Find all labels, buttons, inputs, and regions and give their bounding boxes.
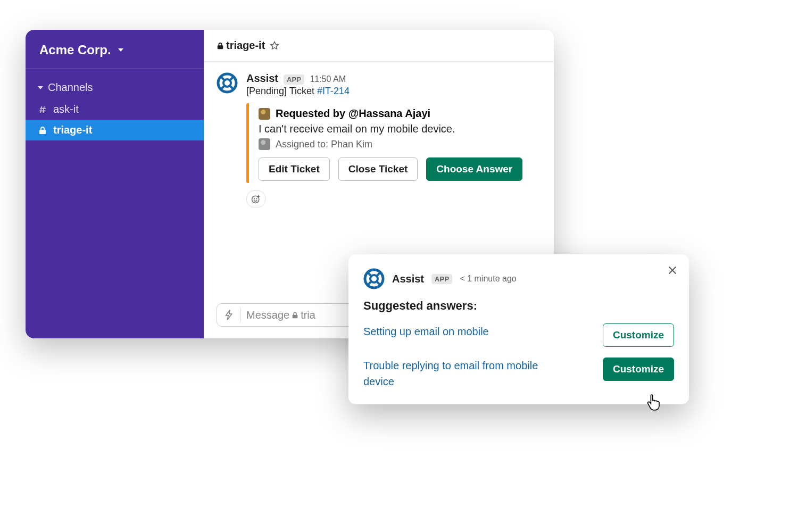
message-subject: [Pending] Ticket #IT-214 — [246, 86, 541, 97]
channel-label: ask-it — [53, 103, 79, 115]
message-time: 11:50 AM — [310, 74, 346, 84]
channels-section-header[interactable]: Channels — [26, 69, 204, 99]
lock-icon — [292, 312, 298, 319]
lock-icon — [38, 126, 47, 135]
close-icon — [667, 264, 678, 276]
requester-avatar — [259, 108, 270, 120]
shortcut-bolt-icon[interactable] — [223, 309, 235, 321]
status-prefix: [Pending] Ticket — [246, 86, 317, 96]
smile-plus-icon — [251, 194, 261, 204]
channel-title-text: triage-it — [226, 39, 265, 52]
caret-down-icon — [37, 85, 44, 91]
message-author[interactable]: Assist — [246, 72, 278, 85]
popup-author: Assist — [392, 273, 424, 285]
svg-point-6 — [370, 275, 378, 282]
svg-point-1 — [223, 79, 231, 87]
svg-point-3 — [254, 198, 255, 199]
channels-section-label: Channels — [48, 81, 93, 94]
lock-icon — [217, 42, 224, 49]
popup-time: < 1 minute ago — [460, 274, 516, 284]
chevron-down-icon — [117, 46, 125, 54]
answer-row: Trouble replying to email from mobile de… — [363, 358, 674, 389]
suggested-answers-popup: Assist APP < 1 minute ago Suggested answ… — [348, 254, 689, 404]
ticket-attachment: Requested by @Hassana Ajayi I can't rece… — [246, 103, 541, 183]
app-badge: APP — [284, 74, 304, 85]
assignee-avatar — [259, 138, 270, 150]
svg-point-2 — [252, 196, 259, 203]
channel-title[interactable]: triage-it — [217, 39, 265, 52]
assigned-to: Assigned to: Phan Kim — [276, 139, 372, 150]
close-ticket-button[interactable]: Close Ticket — [338, 157, 418, 181]
star-icon[interactable] — [269, 40, 280, 51]
choose-answer-button[interactable]: Choose Answer — [426, 157, 522, 181]
ticket-body: I can't receive email on my mobile devic… — [259, 123, 541, 135]
answer-row: Setting up email on mobile Customize — [363, 323, 674, 347]
lifering-icon — [363, 268, 385, 289]
close-popup-button[interactable] — [666, 264, 679, 278]
add-reaction-button[interactable] — [246, 190, 265, 207]
workspace-name: Acme Corp. — [39, 43, 111, 57]
sidebar-item-ask-it[interactable]: ask-it — [26, 99, 204, 120]
workspace-switcher[interactable]: Acme Corp. — [26, 30, 204, 69]
sidebar-item-triage-it[interactable]: triage-it — [26, 120, 204, 140]
channel-label: triage-it — [53, 124, 92, 136]
hash-icon — [38, 105, 47, 114]
answer-link[interactable]: Setting up email on mobile — [363, 323, 489, 339]
customize-button-2[interactable]: Customize — [603, 358, 674, 381]
requested-by: Requested by @Hassana Ajayi — [276, 107, 430, 120]
ticket-link[interactable]: #IT-214 — [317, 86, 350, 96]
app-badge: APP — [431, 274, 452, 284]
divider — [240, 308, 241, 322]
svg-point-4 — [256, 198, 257, 199]
message: Assist APP 11:50 AM [Pending] Ticket #IT… — [217, 72, 541, 183]
message-body: Assist APP 11:50 AM [Pending] Ticket #IT… — [246, 72, 541, 183]
answer-link[interactable]: Trouble replying to email from mobile de… — [363, 358, 566, 389]
channel-header: triage-it — [204, 30, 554, 62]
popup-title: Suggested answers: — [363, 299, 674, 313]
lifering-icon — [217, 72, 238, 94]
sidebar: Acme Corp. Channels ask-it triage-it — [26, 30, 204, 338]
composer-placeholder: Message tria — [246, 309, 315, 321]
edit-ticket-button[interactable]: Edit Ticket — [259, 157, 330, 181]
customize-button-1[interactable]: Customize — [603, 323, 674, 347]
